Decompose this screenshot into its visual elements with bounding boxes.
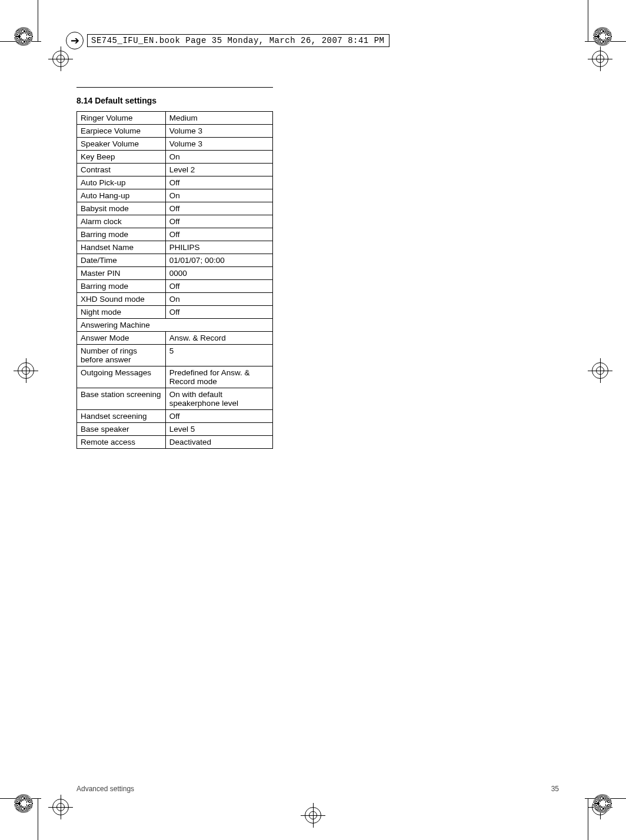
setting-value: Medium	[165, 112, 272, 125]
setting-name: Answer Mode	[77, 332, 166, 345]
setting-value: On	[165, 293, 272, 306]
table-row: Barring modeOff	[77, 280, 273, 293]
setting-name: Handset screening	[77, 410, 166, 423]
setting-value: Deactivated	[165, 436, 272, 449]
page-number: 35	[551, 785, 559, 793]
table-subheader: Answering Machine	[77, 319, 273, 332]
setting-value: Off	[165, 410, 272, 423]
registration-mark-icon	[305, 807, 321, 824]
setting-value: On	[165, 151, 272, 164]
setting-name: Master PIN	[77, 267, 166, 280]
setting-name: Key Beep	[77, 151, 166, 164]
default-settings-table: Ringer VolumeMedium Earpiece VolumeVolum…	[76, 111, 273, 449]
setting-name: XHD Sound mode	[77, 293, 166, 306]
setting-name: Barring mode	[77, 228, 166, 241]
crop-mark	[588, 0, 588, 41]
table-row: Outgoing MessagesPredefined for Answ. & …	[77, 366, 273, 388]
table-row: Handset screeningOff	[77, 410, 273, 423]
section-title: 8.14 Default settings	[76, 96, 273, 105]
table-row: Base station screeningOn with default sp…	[77, 388, 273, 410]
table-row: Alarm clockOff	[77, 215, 273, 228]
sunburst-icon	[593, 794, 612, 813]
book-arrow-icon: ➔	[66, 32, 84, 49]
table-row: Number of rings before answer5	[77, 345, 273, 366]
setting-name: Barring mode	[77, 280, 166, 293]
setting-value: Off	[165, 280, 272, 293]
table-row: Speaker VolumeVolume 3	[77, 138, 273, 151]
registration-mark-icon	[592, 51, 608, 67]
setting-value: Volume 3	[165, 138, 272, 151]
setting-value: Predefined for Answ. & Record mode	[165, 366, 272, 388]
sunburst-icon	[593, 27, 612, 46]
setting-value: On with default speakerphone level	[165, 388, 272, 410]
crop-mark	[588, 799, 588, 840]
table-row: Date/Time01/01/07; 00:00	[77, 254, 273, 267]
setting-name: Date/Time	[77, 254, 166, 267]
setting-value: PHILIPS	[165, 241, 272, 254]
setting-name: Number of rings before answer	[77, 345, 166, 366]
print-header-text: SE745_IFU_EN.book Page 35 Monday, March …	[87, 34, 389, 47]
table-row: ContrastLevel 2	[77, 164, 273, 176]
setting-name: Remote access	[77, 436, 166, 449]
setting-value: 5	[165, 345, 272, 366]
setting-value: Off	[165, 176, 272, 189]
setting-name: Base station screening	[77, 388, 166, 410]
table-row: Earpiece VolumeVolume 3	[77, 125, 273, 138]
setting-name: Handset Name	[77, 241, 166, 254]
crop-mark	[38, 799, 38, 840]
horizontal-rule	[76, 87, 273, 88]
setting-name: Contrast	[77, 164, 166, 176]
setting-name: Earpiece Volume	[77, 125, 166, 138]
sunburst-icon	[14, 794, 33, 813]
crop-mark	[38, 0, 38, 41]
setting-name: Ringer Volume	[77, 112, 166, 125]
setting-value: Off	[165, 306, 272, 319]
print-header: ➔ SE745_IFU_EN.book Page 35 Monday, Marc…	[66, 32, 389, 49]
table-row: Auto Hang-upOn	[77, 189, 273, 202]
setting-name: Auto Hang-up	[77, 189, 166, 202]
setting-name: Babysit mode	[77, 202, 166, 215]
table-row: Answer ModeAnsw. & Record	[77, 332, 273, 345]
table-row: Master PIN0000	[77, 267, 273, 280]
setting-value: On	[165, 189, 272, 202]
setting-name: Night mode	[77, 306, 166, 319]
setting-value: Off	[165, 215, 272, 228]
sunburst-icon	[14, 27, 33, 46]
setting-value: Level 5	[165, 423, 272, 436]
setting-name: Base speaker	[77, 423, 166, 436]
table-row: Key BeepOn	[77, 151, 273, 164]
registration-mark-icon	[52, 51, 69, 67]
setting-value: Off	[165, 228, 272, 241]
table-row: Barring modeOff	[77, 228, 273, 241]
table-row: Auto Pick-upOff	[77, 176, 273, 189]
setting-name: Auto Pick-up	[77, 176, 166, 189]
table-row: XHD Sound modeOn	[77, 293, 273, 306]
table-row: Handset NamePHILIPS	[77, 241, 273, 254]
registration-mark-icon	[592, 362, 608, 379]
table-row: Babysit modeOff	[77, 202, 273, 215]
registration-mark-icon	[52, 799, 69, 815]
setting-value: Volume 3	[165, 125, 272, 138]
setting-value: Off	[165, 202, 272, 215]
setting-value: Answ. & Record	[165, 332, 272, 345]
registration-mark-icon	[18, 362, 34, 379]
setting-name: Speaker Volume	[77, 138, 166, 151]
page-footer: Advanced settings 35	[76, 785, 559, 793]
table-row: Remote accessDeactivated	[77, 436, 273, 449]
footer-section-label: Advanced settings	[76, 785, 134, 793]
setting-value: 0000	[165, 267, 272, 280]
setting-value: Level 2	[165, 164, 272, 176]
setting-name: Outgoing Messages	[77, 366, 166, 388]
setting-name: Alarm clock	[77, 215, 166, 228]
table-row: Base speakerLevel 5	[77, 423, 273, 436]
table-row: Ringer VolumeMedium	[77, 112, 273, 125]
page-content: 8.14 Default settings Ringer VolumeMediu…	[76, 87, 273, 449]
table-row: Night modeOff	[77, 306, 273, 319]
setting-name: Answering Machine	[77, 319, 273, 332]
setting-value: 01/01/07; 00:00	[165, 254, 272, 267]
